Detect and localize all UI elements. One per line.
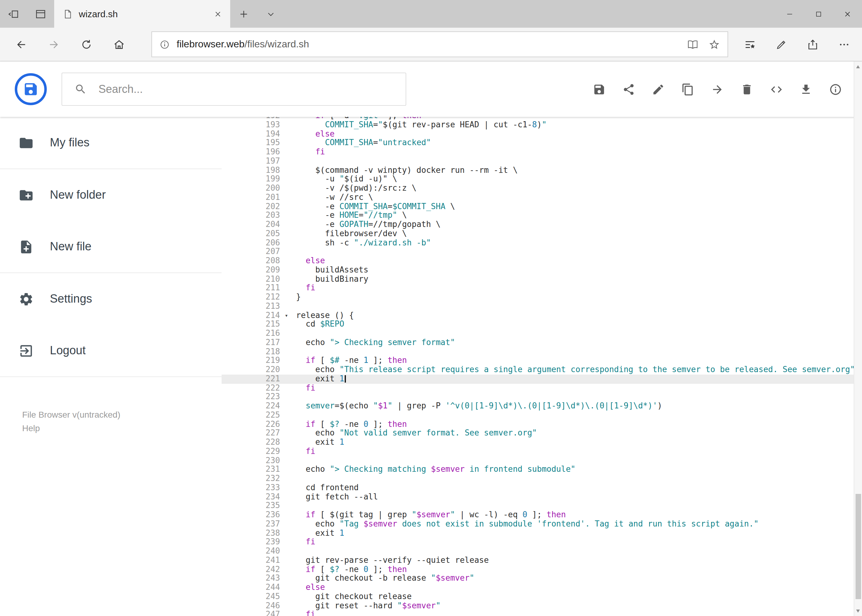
sidebar-item-new-file[interactable]: New file: [0, 221, 222, 272]
code-line-209[interactable]: 209 buildAssets: [222, 266, 853, 275]
tab-previews-toggle-button[interactable]: [257, 0, 284, 28]
code-line-221[interactable]: 221 exit 1: [222, 375, 853, 384]
code-line-234[interactable]: 234 git fetch --all: [222, 492, 853, 501]
save-button[interactable]: [587, 75, 611, 103]
code-line-244[interactable]: 244 else: [222, 583, 853, 592]
share-button[interactable]: [616, 75, 640, 103]
code-line-240[interactable]: 240: [222, 547, 853, 556]
code-line-241[interactable]: 241 git rev-parse --verify --quiet relea…: [222, 556, 853, 565]
code-line-201[interactable]: 201 -w //src \: [222, 193, 853, 202]
code-line-202[interactable]: 202 -e COMMIT_SHA=$COMMIT_SHA \: [222, 202, 853, 211]
sidebar-item-logout[interactable]: Logout: [0, 325, 222, 376]
back-button[interactable]: [5, 31, 38, 58]
code-line-224[interactable]: 224 semver=$(echo "$1" | grep -P '^v(0|[…: [222, 402, 853, 411]
code-line-230[interactable]: 230: [222, 456, 853, 465]
code-line-229[interactable]: 229 fi: [222, 447, 853, 456]
code-line-194[interactable]: 194 else: [222, 129, 853, 139]
code-line-213[interactable]: 213: [222, 302, 853, 311]
code-line-238[interactable]: 238 exit 1: [222, 529, 853, 538]
code-line-233[interactable]: 233 cd frontend: [222, 484, 853, 493]
code-line-197[interactable]: 197: [222, 157, 853, 166]
reading-view-icon[interactable]: [687, 38, 698, 50]
code-line-235[interactable]: 235: [222, 501, 853, 511]
download-button[interactable]: [794, 75, 818, 103]
code-line-237[interactable]: 237 echo "Tag $semver does not exist in …: [222, 520, 853, 529]
code-line-196[interactable]: 196 fi: [222, 148, 853, 157]
web-note-button[interactable]: [765, 31, 797, 58]
code-line-246[interactable]: 246 git reset --hard "$semver": [222, 601, 853, 610]
address-bar[interactable]: filebrowser.web/files/wizard.sh: [151, 31, 728, 57]
code-line-223[interactable]: 223: [222, 393, 853, 402]
favorites-hub-button[interactable]: [734, 31, 765, 58]
code-line-226[interactable]: 226 if [ $? -ne 0 ]; then: [222, 420, 853, 429]
refresh-button[interactable]: [70, 31, 103, 58]
info-circle-icon[interactable]: [159, 39, 170, 50]
code-line-227[interactable]: 227 echo "Not valid semver format. See s…: [222, 429, 853, 438]
fold-marker-icon[interactable]: ▾: [285, 311, 288, 320]
scrollbar-thumb[interactable]: [855, 494, 861, 599]
code-line-195[interactable]: 195 COMMIT_SHA="untracked": [222, 139, 853, 148]
delete-button[interactable]: [734, 75, 759, 103]
maximize-button[interactable]: [804, 0, 833, 28]
code-line-242[interactable]: 242 if [ $? -ne 0 ]; then: [222, 565, 853, 574]
search-input[interactable]: [97, 82, 406, 96]
code-line-207[interactable]: 207: [222, 248, 853, 257]
code-line-232[interactable]: 232: [222, 474, 853, 484]
code-line-239[interactable]: 239 fi: [222, 538, 853, 547]
sidebar-item-new-folder[interactable]: New folder: [0, 169, 222, 221]
search-box[interactable]: [61, 72, 406, 106]
url-text[interactable]: filebrowser.web/files/wizard.sh: [176, 39, 309, 50]
code-line-205[interactable]: 205 filebrowser/dev \: [222, 229, 853, 239]
code-line-236[interactable]: 236 if [ $(git tag | grep "$semver" | wc…: [222, 511, 853, 520]
code-line-199[interactable]: 199 -u "$(id -u)" \: [222, 175, 853, 184]
share-button[interactable]: [797, 31, 828, 58]
code-line-216[interactable]: 216: [222, 329, 853, 338]
code-line-245[interactable]: 245 git checkout release: [222, 592, 853, 602]
rename-button[interactable]: [646, 75, 670, 103]
code-line-211[interactable]: 211 fi: [222, 284, 853, 293]
copy-button[interactable]: [676, 75, 700, 103]
home-button[interactable]: [103, 31, 136, 58]
tab-wizard-sh[interactable]: wizard.sh: [54, 0, 230, 28]
sidebar-item-settings[interactable]: Settings: [0, 273, 222, 325]
code-line-215[interactable]: 215 cd $REPO: [222, 320, 853, 329]
code-editor[interactable]: 192 if [ -d ".git" ]; then193 COMMIT_SHA…: [222, 117, 853, 616]
code-line-243[interactable]: 243 git checkout -b release "$semver": [222, 574, 853, 583]
code-line-210[interactable]: 210 buildBinary: [222, 275, 853, 284]
code-line-225[interactable]: 225: [222, 411, 853, 420]
code-line-218[interactable]: 218: [222, 347, 853, 357]
code-line-220[interactable]: 220 echo "This release script requires a…: [222, 365, 853, 375]
tabs-aside-button[interactable]: [0, 0, 27, 28]
add-favorite-star-icon[interactable]: [708, 38, 720, 50]
code-line-198[interactable]: 198 $(command -v winpty) docker run --rm…: [222, 166, 853, 175]
more-options-button[interactable]: [828, 31, 860, 58]
code-line-228[interactable]: 228 exit 1: [222, 438, 853, 447]
code-line-217[interactable]: 217 echo "> Checking semver format": [222, 338, 853, 347]
new-tab-button[interactable]: [230, 0, 257, 28]
editor-button[interactable]: [764, 75, 788, 103]
forward-button[interactable]: [38, 31, 70, 58]
move-button[interactable]: [705, 75, 729, 103]
minimize-button[interactable]: [775, 0, 804, 28]
code-line-208[interactable]: 208 else: [222, 256, 853, 266]
help-link[interactable]: Help: [22, 422, 222, 435]
tab-preview-button[interactable]: [27, 0, 54, 28]
code-line-231[interactable]: 231 echo "> Checking matching $semver in…: [222, 465, 853, 475]
code-line-247[interactable]: 247 fi: [222, 610, 853, 616]
info-button[interactable]: [823, 75, 847, 103]
code-line-212[interactable]: 212}: [222, 293, 853, 302]
scroll-up-arrow[interactable]: [854, 62, 862, 71]
code-line-219[interactable]: 219 if [ $# -ne 1 ]; then: [222, 357, 853, 366]
close-window-button[interactable]: [833, 0, 862, 28]
code-line-203[interactable]: 203 -e HOME="//tmp" \: [222, 211, 853, 220]
tab-close-button[interactable]: [211, 6, 225, 21]
code-line-204[interactable]: 204 -e GOPATH=//tmp/gopath \: [222, 220, 853, 229]
scroll-down-arrow[interactable]: [854, 606, 862, 615]
code-line-222[interactable]: 222 fi: [222, 383, 853, 393]
sidebar-item-my-files[interactable]: My files: [0, 117, 222, 168]
code-line-214[interactable]: 214▾release () {: [222, 311, 853, 320]
code-line-200[interactable]: 200 -v /$(pwd):/src:z \: [222, 184, 853, 193]
code-line-206[interactable]: 206 sh -c "./wizard.sh -b": [222, 238, 853, 248]
filebrowser-logo[interactable]: [15, 73, 47, 105]
vertical-scrollbar[interactable]: [853, 61, 862, 616]
